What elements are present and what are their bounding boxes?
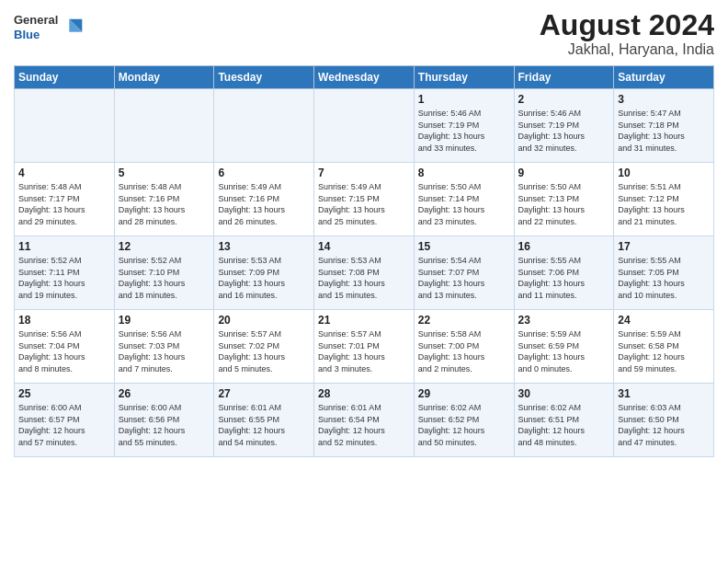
cell-content: Sunrise: 5:50 AM Sunset: 7:14 PM Dayligh… (418, 181, 510, 227)
page-subtitle: Jakhal, Haryana, India (540, 41, 714, 58)
day-number: 28 (318, 387, 410, 400)
cell-content: Sunrise: 5:52 AM Sunset: 7:11 PM Dayligh… (18, 255, 110, 301)
calendar-cell: 3Sunrise: 5:47 AM Sunset: 7:18 PM Daylig… (614, 89, 714, 163)
cell-content: Sunrise: 5:57 AM Sunset: 7:02 PM Dayligh… (218, 328, 310, 374)
calendar-day-header: Tuesday (214, 66, 314, 89)
day-number: 12 (119, 240, 210, 253)
calendar-cell: 16Sunrise: 5:55 AM Sunset: 7:06 PM Dayli… (514, 236, 614, 310)
day-number: 22 (418, 314, 510, 327)
calendar-cell: 7Sunrise: 5:49 AM Sunset: 7:15 PM Daylig… (314, 163, 415, 236)
calendar-cell (214, 89, 314, 163)
cell-content: Sunrise: 5:51 AM Sunset: 7:12 PM Dayligh… (618, 181, 710, 227)
calendar-week-row: 25Sunrise: 6:00 AM Sunset: 6:57 PM Dayli… (15, 384, 714, 457)
calendar-cell: 27Sunrise: 6:01 AM Sunset: 6:55 PM Dayli… (214, 384, 314, 457)
day-number: 8 (418, 167, 510, 179)
day-number: 17 (618, 240, 710, 253)
logo-icon (61, 15, 86, 40)
calendar-cell (314, 89, 415, 163)
calendar-cell: 20Sunrise: 5:57 AM Sunset: 7:02 PM Dayli… (214, 310, 314, 384)
logo-blue: Blue (14, 28, 58, 42)
cell-content: Sunrise: 5:48 AM Sunset: 7:16 PM Dayligh… (119, 181, 210, 227)
day-number: 20 (218, 314, 310, 327)
calendar-cell: 8Sunrise: 5:50 AM Sunset: 7:14 PM Daylig… (414, 163, 514, 236)
day-number: 4 (18, 167, 110, 179)
calendar-day-header: Saturday (614, 66, 714, 89)
header: General Blue August 2024 Jakhal, Haryana… (14, 9, 714, 58)
calendar-cell: 1Sunrise: 5:46 AM Sunset: 7:19 PM Daylig… (414, 89, 514, 163)
logo-general: General (14, 13, 58, 28)
cell-content: Sunrise: 5:46 AM Sunset: 7:19 PM Dayligh… (418, 108, 510, 154)
calendar-cell: 5Sunrise: 5:48 AM Sunset: 7:16 PM Daylig… (114, 163, 214, 236)
calendar-cell: 11Sunrise: 5:52 AM Sunset: 7:11 PM Dayli… (15, 236, 115, 310)
title-block: August 2024 Jakhal, Haryana, India (540, 9, 714, 58)
day-number: 25 (18, 387, 110, 400)
cell-content: Sunrise: 5:53 AM Sunset: 7:09 PM Dayligh… (218, 255, 310, 301)
cell-content: Sunrise: 6:01 AM Sunset: 6:55 PM Dayligh… (218, 402, 310, 448)
calendar-cell: 30Sunrise: 6:02 AM Sunset: 6:51 PM Dayli… (514, 384, 614, 457)
calendar-cell: 25Sunrise: 6:00 AM Sunset: 6:57 PM Dayli… (15, 384, 115, 457)
calendar-cell: 6Sunrise: 5:49 AM Sunset: 7:16 PM Daylig… (214, 163, 314, 236)
day-number: 15 (418, 240, 510, 253)
calendar-cell: 10Sunrise: 5:51 AM Sunset: 7:12 PM Dayli… (614, 163, 714, 236)
day-number: 21 (318, 314, 410, 327)
day-number: 19 (119, 314, 210, 327)
calendar-week-row: 4Sunrise: 5:48 AM Sunset: 7:17 PM Daylig… (15, 163, 714, 236)
calendar-cell: 26Sunrise: 6:00 AM Sunset: 6:56 PM Dayli… (114, 384, 214, 457)
calendar-week-row: 18Sunrise: 5:56 AM Sunset: 7:04 PM Dayli… (15, 310, 714, 384)
calendar-cell: 28Sunrise: 6:01 AM Sunset: 6:54 PM Dayli… (314, 384, 415, 457)
calendar-cell: 19Sunrise: 5:56 AM Sunset: 7:03 PM Dayli… (114, 310, 214, 384)
calendar-cell: 31Sunrise: 6:03 AM Sunset: 6:50 PM Dayli… (614, 384, 714, 457)
calendar-cell: 15Sunrise: 5:54 AM Sunset: 7:07 PM Dayli… (414, 236, 514, 310)
cell-content: Sunrise: 5:54 AM Sunset: 7:07 PM Dayligh… (418, 255, 510, 301)
page-container: General Blue August 2024 Jakhal, Haryana… (0, 0, 728, 466)
day-number: 30 (518, 387, 610, 400)
day-number: 26 (119, 387, 210, 400)
cell-content: Sunrise: 5:53 AM Sunset: 7:08 PM Dayligh… (318, 255, 410, 301)
day-number: 10 (618, 167, 710, 179)
cell-content: Sunrise: 5:50 AM Sunset: 7:13 PM Dayligh… (518, 181, 610, 227)
cell-content: Sunrise: 6:00 AM Sunset: 6:57 PM Dayligh… (18, 402, 110, 448)
calendar-day-header: Sunday (15, 66, 115, 89)
cell-content: Sunrise: 5:49 AM Sunset: 7:15 PM Dayligh… (318, 181, 410, 227)
calendar-week-row: 11Sunrise: 5:52 AM Sunset: 7:11 PM Dayli… (15, 236, 714, 310)
calendar-day-header: Wednesday (314, 66, 415, 89)
cell-content: Sunrise: 6:02 AM Sunset: 6:52 PM Dayligh… (418, 402, 510, 448)
calendar-cell: 18Sunrise: 5:56 AM Sunset: 7:04 PM Dayli… (15, 310, 115, 384)
day-number: 23 (518, 314, 610, 327)
day-number: 1 (418, 93, 510, 106)
calendar-cell (114, 89, 214, 163)
cell-content: Sunrise: 5:46 AM Sunset: 7:19 PM Dayligh… (518, 108, 610, 154)
calendar-cell: 14Sunrise: 5:53 AM Sunset: 7:08 PM Dayli… (314, 236, 415, 310)
day-number: 3 (618, 93, 710, 106)
cell-content: Sunrise: 5:48 AM Sunset: 7:17 PM Dayligh… (18, 181, 110, 227)
calendar-week-row: 1Sunrise: 5:46 AM Sunset: 7:19 PM Daylig… (15, 89, 714, 163)
cell-content: Sunrise: 5:56 AM Sunset: 7:04 PM Dayligh… (18, 328, 110, 374)
calendar-cell: 21Sunrise: 5:57 AM Sunset: 7:01 PM Dayli… (314, 310, 415, 384)
cell-content: Sunrise: 5:59 AM Sunset: 6:59 PM Dayligh… (518, 328, 610, 374)
cell-content: Sunrise: 5:52 AM Sunset: 7:10 PM Dayligh… (119, 255, 210, 301)
day-number: 5 (119, 167, 210, 179)
day-number: 31 (618, 387, 710, 400)
day-number: 27 (218, 387, 310, 400)
cell-content: Sunrise: 6:01 AM Sunset: 6:54 PM Dayligh… (318, 402, 410, 448)
cell-content: Sunrise: 5:55 AM Sunset: 7:06 PM Dayligh… (518, 255, 610, 301)
calendar-day-header: Monday (114, 66, 214, 89)
calendar-day-header: Thursday (414, 66, 514, 89)
day-number: 2 (518, 93, 610, 106)
calendar-cell: 22Sunrise: 5:58 AM Sunset: 7:00 PM Dayli… (414, 310, 514, 384)
calendar-cell: 4Sunrise: 5:48 AM Sunset: 7:17 PM Daylig… (15, 163, 115, 236)
calendar-header-row: SundayMondayTuesdayWednesdayThursdayFrid… (15, 66, 714, 89)
cell-content: Sunrise: 6:03 AM Sunset: 6:50 PM Dayligh… (618, 402, 710, 448)
day-number: 6 (218, 167, 310, 179)
calendar-day-header: Friday (514, 66, 614, 89)
calendar-cell: 29Sunrise: 6:02 AM Sunset: 6:52 PM Dayli… (414, 384, 514, 457)
cell-content: Sunrise: 5:49 AM Sunset: 7:16 PM Dayligh… (218, 181, 310, 227)
day-number: 11 (18, 240, 110, 253)
calendar-cell: 12Sunrise: 5:52 AM Sunset: 7:10 PM Dayli… (114, 236, 214, 310)
cell-content: Sunrise: 6:00 AM Sunset: 6:56 PM Dayligh… (119, 402, 210, 448)
calendar-cell: 23Sunrise: 5:59 AM Sunset: 6:59 PM Dayli… (514, 310, 614, 384)
day-number: 7 (318, 167, 410, 179)
day-number: 16 (518, 240, 610, 253)
day-number: 14 (318, 240, 410, 253)
cell-content: Sunrise: 5:47 AM Sunset: 7:18 PM Dayligh… (618, 108, 710, 154)
